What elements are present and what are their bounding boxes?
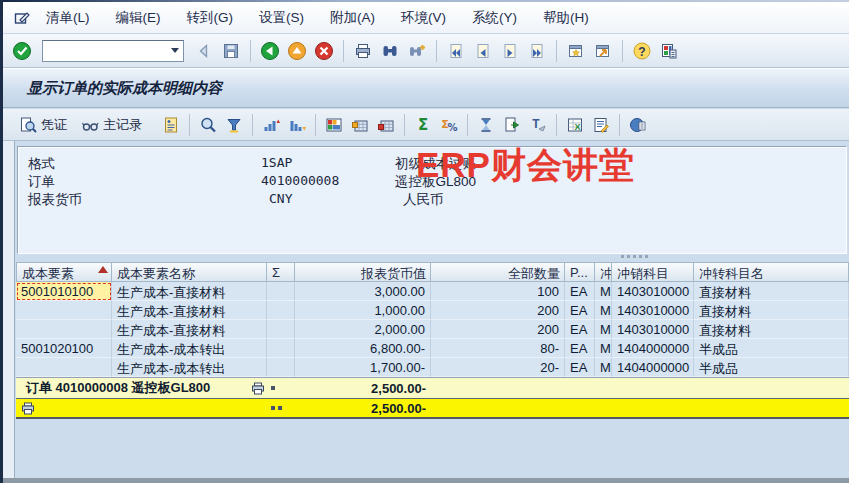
cell-offset-type[interactable]: M [595,301,612,320]
column-header-offset-account[interactable]: 冲销科目 [612,262,694,282]
up-icon[interactable] [286,40,308,62]
info-icon[interactable] [627,114,649,136]
cell-unit[interactable]: EA [565,320,595,339]
subtotal-row[interactable]: 订单 4010000008 遥控板GL800 2,500.00- [16,377,849,398]
cell-offset-type[interactable]: M [595,320,612,339]
cell-total-quantity[interactable]: 80- [431,339,565,358]
sort-ascending-icon[interactable] [260,114,282,136]
find-next-icon[interactable] [406,40,428,62]
command-input[interactable] [42,40,184,62]
cell-unit[interactable]: EA [565,358,595,377]
cell-sigma[interactable] [267,301,295,320]
cell-offset-type[interactable]: M [595,339,612,358]
document-button[interactable]: 凭证 [13,113,71,137]
cell-cost-element-name[interactable]: 生产成本-直接材料 [112,301,267,320]
column-header-offset-account-name[interactable]: 冲转科目名 [694,262,849,282]
word-processing-icon[interactable] [590,114,612,136]
column-header-sigma[interactable]: Σ [267,262,295,282]
splitter-handle[interactable] [621,255,648,258]
column-header-report-currency-value[interactable]: 报表货币值 [295,262,431,282]
cell-cost-element[interactable] [16,320,112,339]
send-icon[interactable]: T [527,114,549,136]
cell-offset-account[interactable]: 1404000000 [612,358,694,377]
cell-sigma[interactable] [267,339,295,358]
column-header-unit[interactable]: P... [565,262,595,282]
command-dropdown-icon[interactable] [168,43,182,59]
cell-offset-account[interactable]: 1403010000 [612,282,694,301]
back-icon[interactable] [259,40,281,62]
menu-extras[interactable]: 附加(A) [317,9,388,27]
cell-offset-account[interactable]: 1404000000 [612,339,694,358]
next-page-icon[interactable] [499,40,521,62]
menu-goto[interactable]: 转到(G) [174,9,247,27]
column-header-total-quantity[interactable]: 全部数量 [431,262,565,282]
export-icon[interactable] [501,114,523,136]
cell-report-currency-value[interactable]: 1,700.00- [295,358,431,377]
find-icon[interactable] [379,40,401,62]
cell-total-quantity[interactable]: 100 [431,282,565,301]
save-icon[interactable] [220,40,242,62]
cell-sigma[interactable] [267,358,295,377]
sum-percent-icon[interactable]: Σ % [438,114,460,136]
menu-settings[interactable]: 设置(S) [246,9,317,27]
back-nav-icon[interactable] [193,40,215,62]
cell-unit[interactable]: EA [565,301,595,320]
previous-page-icon[interactable] [472,40,494,62]
menu-edit[interactable]: 编辑(E) [103,9,174,27]
cell-report-currency-value[interactable]: 2,000.00 [295,320,431,339]
cell-cost-element-name[interactable]: 生产成本-直接材料 [112,282,267,301]
cell-offset-account-name[interactable]: 直接材料 [694,282,849,301]
cell-offset-account[interactable]: 1403010000 [612,301,694,320]
cell-unit[interactable]: EA [565,282,595,301]
cell-cost-element-name[interactable]: 生产成本-直接材料 [112,320,267,339]
menu-environment[interactable]: 环境(V) [388,9,459,27]
enter-icon[interactable] [11,40,33,62]
menu-help[interactable]: 帮助(H) [530,9,602,27]
cell-unit[interactable]: EA [565,339,595,358]
filter-icon[interactable] [223,114,245,136]
cell-offset-type[interactable]: M [595,282,612,301]
excel-icon[interactable]: X [564,114,586,136]
column-header-cost-element[interactable]: 成本要素 [16,262,112,282]
cell-cost-element-name[interactable]: 生产成本-成本转出 [112,358,267,377]
cell-offset-account-name[interactable]: 半成品 [694,358,849,377]
cell-report-currency-value[interactable]: 3,000.00 [295,282,431,301]
cell-report-currency-value[interactable]: 1,000.00 [295,301,431,320]
cell-total-quantity[interactable]: 200 [431,301,565,320]
print-icon[interactable] [352,40,374,62]
master-record-button[interactable]: 主记录 [75,113,146,137]
grand-total-row[interactable]: 2,500.00- [16,398,849,419]
cell-cost-element[interactable]: 5001020100 [16,339,112,358]
cell-cost-element-name[interactable]: 生产成本-成本转出 [112,339,267,358]
total-icon[interactable] [349,114,371,136]
cell-offset-account-name[interactable]: 直接材料 [694,320,849,339]
cell-cost-element[interactable] [16,301,112,320]
cell-total-quantity[interactable]: 200 [431,320,565,339]
current-layout-icon[interactable] [323,114,345,136]
create-shortcut-icon[interactable] [592,40,614,62]
search-icon[interactable] [197,114,219,136]
sort-descending-icon[interactable] [286,114,308,136]
cell-sigma[interactable] [267,320,295,339]
menu-system[interactable]: 系统(Y) [459,9,530,27]
cell-report-currency-value[interactable]: 6,800.00- [295,339,431,358]
menu-list[interactable]: 清单(L) [33,9,103,27]
cell-cost-element[interactable] [16,358,112,377]
cell-offset-account-name[interactable]: 直接材料 [694,301,849,320]
cell-offset-account[interactable]: 1403010000 [612,320,694,339]
sum-icon[interactable]: Σ [412,114,434,136]
screen-menu-icon[interactable] [11,7,33,29]
customize-layout-icon[interactable] [658,40,680,62]
first-page-icon[interactable] [445,40,467,62]
hourglass-icon[interactable] [475,114,497,136]
help-icon[interactable]: ? [631,40,653,62]
subtotal-icon[interactable] [375,114,397,136]
column-header-offset-type[interactable]: 冲 [595,262,612,282]
cancel-icon[interactable] [313,40,335,62]
last-page-icon[interactable] [526,40,548,62]
column-header-cost-element-name[interactable]: 成本要素名称 [112,262,267,282]
cell-sigma[interactable] [267,282,295,301]
detail-icon[interactable] [160,114,182,136]
cell-cost-element[interactable]: 5001010100 [16,282,112,301]
new-session-icon[interactable] [565,40,587,62]
